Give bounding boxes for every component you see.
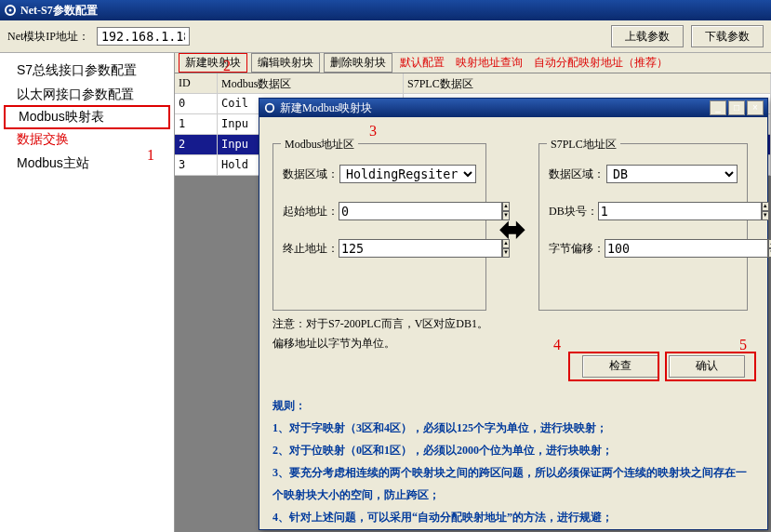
svg-point-2 [266,104,274,113]
spinner[interactable]: ▲▼ [502,202,510,220]
s7-block-label: DB块号： [549,204,598,219]
main-titlebar: Net-S7参数配置 [0,0,771,20]
gear-icon [263,101,276,114]
query-link[interactable]: 映射地址查询 [452,55,526,71]
modbus-group: Modbus地址区 数据区域： HoldingRegsiter 起始地址： ▲▼… [273,143,486,311]
modbus-start-input[interactable] [339,202,502,220]
note-line1: 注意：对于S7-200PLC而言，V区对应DB1。 [273,316,754,332]
modbus-area-label: 数据区域： [283,166,339,182]
upload-button[interactable]: 上载参数 [611,25,684,47]
delete-mapping-button[interactable]: 删除映射块 [324,53,392,73]
close-button[interactable]: × [747,100,764,115]
edit-mapping-button[interactable]: 编辑映射块 [251,53,320,73]
s7-group-label: S7PLC地址区 [547,137,620,153]
default-config-link[interactable]: 默认配置 [396,55,448,71]
annotation-4: 4 [553,337,561,353]
rule-1: 1、对于字映射（3区和4区），必须以125个字为单位，进行块映射； [273,417,754,439]
annotation-3: 3 [369,123,377,139]
modbus-start-label: 起始地址： [283,204,339,219]
window-title: Net-S7参数配置 [20,3,98,19]
col-id: ID [175,73,218,93]
ok-button[interactable]: 确认 [669,355,745,378]
modbus-area-select[interactable]: HoldingRegsiter [339,165,476,183]
s7-group: S7PLC地址区 数据区域： DB DB块号： ▲▼ 字节偏移： ▲▼ [538,143,748,311]
modbus-end-label: 终止地址： [283,241,339,257]
sidebar: S7总线接口参数配置 以太网接口参数配置 Modbus映射表 数据交换 Modb… [0,53,175,532]
maximize-button[interactable]: □ [728,100,745,115]
grid-header: ID Modbus数据区 S7PLC数据区 [175,73,771,94]
s7-area-select[interactable]: DB [606,165,738,183]
rule-3: 3、要充分考虑相连续的两个映射块之间的跨区问题，所以必须保证两个连续的映射块之间… [273,461,754,506]
ip-label: Net模块IP地址： [7,29,89,45]
s7-block-input[interactable] [598,202,762,220]
col-plc: S7PLC数据区 [404,73,771,93]
rule-4: 4、针对上述问题，可以采用“自动分配映射地址”的方法，进行规避； [273,506,754,528]
annotation-5: 5 [739,337,747,353]
sidebar-item-s7bus[interactable]: S7总线接口参数配置 [0,59,174,83]
rule-2: 2、对于位映射（0区和1区），必须以2000个位为单位，进行块映射； [273,439,754,461]
s7-offset-label: 字节偏移： [549,241,605,257]
ip-input[interactable] [97,27,190,46]
spinner[interactable]: ▲▼ [762,202,769,220]
s7-offset-input[interactable] [605,239,768,258]
col-type: Modbus数据区 [218,73,404,93]
sidebar-item-modbus-map[interactable]: Modbus映射表 [4,105,170,129]
note-line2: 偏移地址以字节为单位。 [273,336,754,352]
gear-icon [4,4,17,17]
sidebar-item-ethernet[interactable]: 以太网接口参数配置 [0,83,174,107]
new-mapping-button[interactable]: 新建映射块 [179,53,247,73]
svg-point-1 [9,9,12,12]
minimize-button[interactable]: _ [710,100,726,115]
top-toolbar: Net模块IP地址： 上载参数 下载参数 [0,20,771,53]
modbus-group-label: Modbus地址区 [281,137,358,153]
rules-section: 规则： 1、对于字映射（3区和4区），必须以125个字为单位，进行块映射； 2、… [273,394,754,528]
rules-head: 规则： [273,394,754,417]
new-mapping-dialog: 新建Modbus映射块 _ □ × 3 Modbus地址区 数据区域： Hold… [259,98,768,530]
modbus-end-input[interactable] [339,239,502,258]
download-button[interactable]: 下载参数 [691,25,764,47]
auto-assign-link[interactable]: 自动分配映射地址（推荐） [530,55,671,71]
annotation-2: 2 [223,58,231,74]
arrow-icon: ⬌ [489,143,536,247]
dialog-titlebar: 新建Modbus映射块 _ □ × [259,99,767,117]
content-toolbar: 新建映射块 编辑映射块 删除映射块 默认配置 映射地址查询 自动分配映射地址（推… [175,53,771,73]
dialog-title: 新建Modbus映射块 [280,100,372,116]
spinner[interactable]: ▲▼ [502,239,510,258]
s7-area-label: 数据区域： [549,166,606,182]
annotation-1: 1 [147,147,154,164]
check-button[interactable]: 检查 [582,355,658,378]
